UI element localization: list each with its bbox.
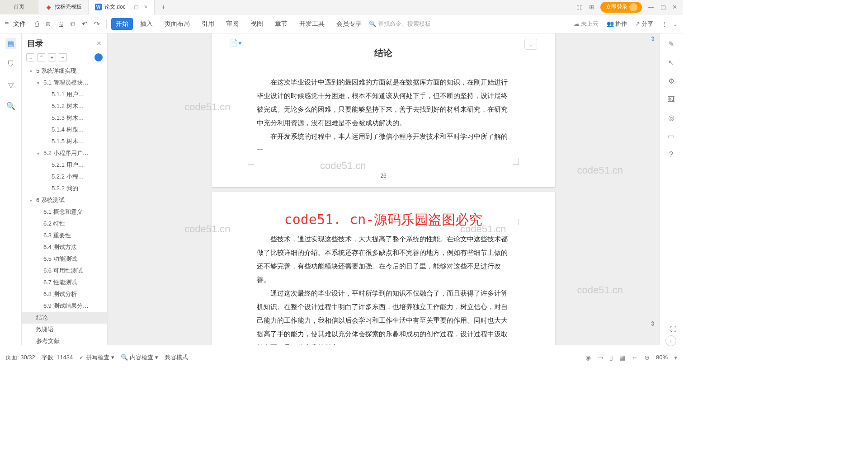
focus-mode-icon[interactable]: ◉ [585,354,591,361]
title-bar: 首页 ◆找稻壳模板 W论文.doc▢✕ + ▯▯ ⊞ 立即登录 — ▢ ✕ [0,0,683,14]
expand-all-icon[interactable]: ⌃ [37,53,45,61]
outline-item[interactable]: 6.4 测试方法 [22,241,107,253]
tab-document[interactable]: W论文.doc▢✕ [89,0,155,14]
ribbon-tab-member[interactable]: 会员专享 [332,18,366,30]
search-placeholder: 查找命令、搜索模板 [378,20,431,28]
outline-item[interactable]: 参考文献 [22,335,107,345]
bookmark-icon[interactable]: ⛉ [5,59,16,70]
layout-icon[interactable]: ▯▯ [576,4,583,10]
ruler-top-icon[interactable]: ⇕ [650,35,656,42]
ribbon-tab-insert[interactable]: 插入 [136,18,157,30]
outline-item[interactable]: 致谢语 [22,324,107,335]
page-indicator[interactable]: 页面: 30/32 [5,353,35,362]
sync-icon[interactable] [94,53,103,61]
outline-item[interactable]: 5.2.2 小程… [22,171,107,183]
target-icon[interactable]: ◎ [668,113,675,122]
zoom-out-icon[interactable]: ⊖ [644,354,650,361]
ribbon-tab-review[interactable]: 审阅 [222,18,243,30]
ribbon-bookmark-icon[interactable]: ▽ [5,80,16,90]
outline-item[interactable]: 5.2.2 我的 [22,183,107,194]
search-icon[interactable]: 🔍 [5,100,16,111]
help-icon[interactable]: ? [669,151,673,159]
monitor-icon[interactable]: ▢ [134,4,138,10]
collab-label: 协作 [615,20,627,28]
new-icon[interactable]: ⊕ [43,19,53,29]
add-fab-icon[interactable]: + [665,335,676,346]
ribbon-tab-dev[interactable]: 开发工具 [295,18,329,30]
file-menu[interactable]: 文件 [13,20,26,28]
pen-icon[interactable]: ✎ [668,40,674,48]
share-button[interactable]: ↗ 分享 [635,20,653,28]
outline-item[interactable]: 6.5 功能测试 [22,253,107,265]
outline-item[interactable]: 6.8 测试分析 [22,288,107,300]
ribbon-tab-layout[interactable]: 页面布局 [160,18,194,30]
ruler-bottom-icon[interactable]: ⇕ [650,320,656,327]
login-button[interactable]: 立即登录 [600,2,642,13]
ribbon-tab-view[interactable]: 视图 [246,18,268,30]
command-search[interactable]: 🔍 查找命令、搜索模板 [369,20,431,28]
add-item-icon[interactable]: + [48,53,56,61]
cloud-status[interactable]: ☁ 未上云 [574,20,599,28]
maximize-icon[interactable]: ▢ [660,4,666,10]
image-icon[interactable]: 🖼 [668,95,675,103]
close-icon[interactable]: ✕ [672,4,677,10]
outline-item[interactable]: 6.3 重要性 [22,230,107,241]
zoom-fit-icon[interactable]: ↔ [632,354,638,361]
zoom-level[interactable]: 80% [656,354,668,361]
collapse-all-icon[interactable]: ⌄ [26,53,34,61]
read-icon[interactable]: ▭ [668,132,675,141]
outline-item[interactable]: 5.1.5 树木… [22,136,107,147]
outline-item[interactable]: 5.1.2 树木… [22,100,107,112]
remove-item-icon[interactable]: − [59,53,67,61]
settings-icon[interactable]: ⚙ [668,77,675,85]
ribbon: ≡ 文件 ⎙ ⊕ 🖨 ⧉ ↶ ↷ 开始 插入 页面布局 引用 审阅 视图 章节 … [0,14,683,33]
tab-add[interactable]: + [155,0,173,14]
view-mode2-icon[interactable]: ▯ [609,354,613,361]
doc-filter-icon[interactable]: ⌄ [524,39,537,50]
outline-item[interactable]: 结论 [22,312,107,324]
zoom-dropdown-icon[interactable]: ▾ [674,354,677,361]
apps-icon[interactable]: ⊞ [589,4,594,10]
ribbon-tab-reference[interactable]: 引用 [197,18,219,30]
redo-icon[interactable]: ↷ [92,19,102,29]
preview-icon[interactable]: ⧉ [69,19,77,29]
tab-home[interactable]: 首页 [0,0,38,14]
outline-item[interactable]: 5.1.4 树跟… [22,124,107,136]
minimize-icon[interactable]: — [648,4,654,10]
tab-template[interactable]: ◆找稻壳模板 [38,0,89,14]
word-count[interactable]: 字数: 11434 [42,353,73,362]
outline-item[interactable]: 6.1 概念和意义 [22,206,107,218]
ribbon-tab-chapter[interactable]: 章节 [270,18,292,30]
outline-item[interactable]: 5.1.1 用户… [22,89,107,100]
ribbon-tab-start[interactable]: 开始 [111,18,133,30]
outline-item[interactable]: ▾6 系统测试 [22,194,107,206]
cursor-icon[interactable]: ↖ [668,58,674,67]
fullscreen-icon[interactable]: ⛶ [670,325,676,333]
print-icon[interactable]: 🖨 [56,19,66,28]
outline-item[interactable]: 6.9 测试结果分… [22,300,107,312]
collapse-ribbon-icon[interactable]: ⌄ [673,20,678,28]
spell-check[interactable]: ✓ 拼写检查 ▾ [79,353,114,362]
outline-item[interactable]: 6.7 性能测试 [22,277,107,288]
view-mode1-icon[interactable]: ▭ [597,354,603,361]
collab-button[interactable]: 👥 协作 [607,20,627,28]
outline-item[interactable]: ▾5.1 管理员模块… [22,77,107,89]
undo-icon[interactable]: ↶ [80,19,90,29]
doc-badge-icon[interactable]: 📄▾ [230,39,242,47]
outline-item[interactable]: 6.6 可用性测试 [22,265,107,277]
menu-icon[interactable]: ≡ [5,20,9,28]
outline-item[interactable]: 5.2.1 用户… [22,159,107,171]
view-mode3-icon[interactable]: ▦ [619,354,625,361]
content-check[interactable]: 🔍 内容检查 ▾ [121,353,158,362]
document-area[interactable]: ⇕ 📄▾ ⌄ 结论 在这次毕业设计中遇到的最困难的方面就是在数据库方面的知识，在… [108,33,659,345]
outline-item[interactable]: 5.1.3 树木… [22,112,107,124]
more-icon[interactable]: ⋮ [661,20,667,27]
outline-icon[interactable]: ▤ [5,38,16,49]
close-panel-icon[interactable]: ✕ [96,40,102,47]
outline-item[interactable]: 6.2 特性 [22,218,107,230]
outline-item[interactable]: ▾5 系统详细实现 [22,65,107,77]
outline-item[interactable]: ▾5.2 小程序用户… [22,147,107,159]
close-tab-icon[interactable]: ✕ [144,4,148,10]
compat-mode[interactable]: 兼容模式 [165,353,188,362]
save-icon[interactable]: ⎙ [33,19,41,28]
